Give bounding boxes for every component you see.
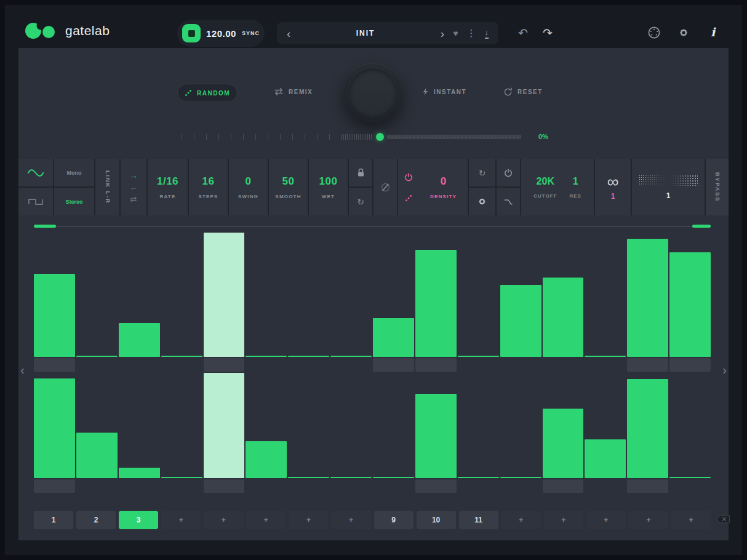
row2-step-6-sub[interactable] xyxy=(246,479,287,493)
row2-step-3[interactable] xyxy=(119,373,160,493)
row1-step-9-sub[interactable] xyxy=(373,358,414,372)
row1-step-6[interactable] xyxy=(246,233,287,372)
step-bar-area[interactable] xyxy=(415,373,457,478)
row2-step-5-sub[interactable] xyxy=(204,479,245,493)
pattern-13-button[interactable]: + xyxy=(544,511,583,529)
stop-button[interactable] xyxy=(182,24,201,42)
step-bar[interactable] xyxy=(669,477,711,478)
step-bar[interactable] xyxy=(288,477,329,478)
row2-step-10[interactable] xyxy=(415,373,457,493)
step-bar-area[interactable] xyxy=(161,233,202,357)
density-power-icon[interactable] xyxy=(404,173,413,182)
smooth-control[interactable]: 50 SMOOTH xyxy=(269,159,308,215)
randomize-disabled-cell[interactable] xyxy=(374,159,397,215)
step-bar[interactable] xyxy=(543,278,584,357)
row2-step-11[interactable] xyxy=(458,373,499,493)
step-bar[interactable] xyxy=(373,318,414,357)
row2-step-15-sub[interactable] xyxy=(627,479,668,493)
row1-step-13[interactable] xyxy=(543,233,584,372)
step-bar-active[interactable] xyxy=(204,233,245,357)
row1-step-15-sub[interactable] xyxy=(627,358,668,372)
waveform-sine-button[interactable] xyxy=(18,159,53,186)
texture-swatch-2[interactable] xyxy=(669,175,698,186)
row2-step-13[interactable] xyxy=(543,373,584,493)
clear-pattern-button[interactable] xyxy=(716,514,730,526)
row1-step-15[interactable] xyxy=(627,233,668,372)
row1-step-16-sub[interactable] xyxy=(669,358,711,372)
step-bar[interactable] xyxy=(288,356,329,357)
step-bar-area[interactable] xyxy=(246,373,287,478)
row1-step-7[interactable] xyxy=(288,233,329,372)
step-bar-area[interactable] xyxy=(119,373,160,478)
step-bar-area[interactable] xyxy=(204,233,245,357)
row2-step-7[interactable] xyxy=(288,373,329,493)
step-bar[interactable] xyxy=(415,250,457,357)
direction-backward-button[interactable]: ← xyxy=(130,183,138,191)
bypass-toggle[interactable]: BYPASS xyxy=(714,172,721,202)
main-knob[interactable] xyxy=(343,63,402,122)
row2-step-8-sub[interactable] xyxy=(330,479,372,493)
step-bar[interactable] xyxy=(669,252,711,357)
save-preset-icon[interactable]: ↓ xyxy=(485,28,489,39)
preset-prev-button[interactable]: ‹ xyxy=(287,28,290,39)
range-end-handle[interactable] xyxy=(692,225,711,228)
step-bar[interactable] xyxy=(627,379,668,478)
step-bar-active[interactable] xyxy=(204,373,245,478)
waveform-square-button[interactable] xyxy=(18,188,53,215)
rate-control[interactable]: 1/16 RATE xyxy=(148,159,188,215)
step-bar[interactable] xyxy=(373,477,414,478)
step-bar[interactable] xyxy=(458,477,499,478)
resonance-control[interactable]: 1 RES xyxy=(569,176,581,199)
pattern-11-button[interactable]: 11 xyxy=(459,511,498,529)
row1-step-5[interactable] xyxy=(204,233,245,372)
row1-step-1[interactable] xyxy=(34,233,75,372)
step-bar[interactable] xyxy=(119,468,160,478)
row1-step-7-sub[interactable] xyxy=(288,358,329,372)
row1-step-12-sub[interactable] xyxy=(500,358,541,372)
step-bar-area[interactable] xyxy=(330,373,372,478)
step-bar[interactable] xyxy=(330,477,372,478)
step-bar-area[interactable] xyxy=(34,233,75,357)
row1-step-10-sub[interactable] xyxy=(415,358,457,372)
step-bar-area[interactable] xyxy=(415,233,457,357)
row2-step-13-sub[interactable] xyxy=(543,479,584,493)
step-bar-area[interactable] xyxy=(543,233,584,357)
step-bar-area[interactable] xyxy=(458,373,499,478)
row1-step-14-sub[interactable] xyxy=(585,358,626,372)
lock-button[interactable] xyxy=(349,159,372,186)
row2-step-6[interactable] xyxy=(246,373,287,493)
step-bar[interactable] xyxy=(34,378,75,478)
step-bar[interactable] xyxy=(627,239,668,357)
row2-step-2[interactable] xyxy=(76,373,118,493)
row1-step-2[interactable] xyxy=(76,233,118,372)
row2-step-7-sub[interactable] xyxy=(288,479,329,493)
density-dice-icon[interactable] xyxy=(405,194,412,202)
pattern-1-button[interactable]: 1 xyxy=(34,511,73,529)
info-button[interactable]: i xyxy=(711,25,715,39)
row2-step-16[interactable] xyxy=(669,373,711,493)
row2-step-12[interactable] xyxy=(500,373,541,493)
refresh-button[interactable]: ↻ xyxy=(469,159,495,186)
bpm-display[interactable]: 120.00 xyxy=(206,28,236,39)
step-bar-area[interactable] xyxy=(500,233,541,357)
row1-step-8-sub[interactable] xyxy=(330,358,372,372)
pattern-15-button[interactable]: + xyxy=(629,511,668,529)
step-bar[interactable] xyxy=(119,323,160,357)
step-bar[interactable] xyxy=(415,394,457,478)
step-bar-area[interactable] xyxy=(585,373,626,478)
scroll-left-icon[interactable]: ‹ xyxy=(20,363,25,376)
infinity-cell[interactable]: ∞ 1 xyxy=(595,159,631,215)
row1-step-11-sub[interactable] xyxy=(458,358,499,372)
row2-step-15[interactable] xyxy=(627,373,668,493)
step-bar-area[interactable] xyxy=(627,233,668,357)
row2-step-4-sub[interactable] xyxy=(161,479,202,493)
row2-step-5[interactable] xyxy=(204,373,245,493)
filter-curve-button[interactable] xyxy=(497,188,520,215)
scroll-right-icon[interactable]: › xyxy=(722,363,727,376)
filter-power-button[interactable] xyxy=(497,159,520,186)
pattern-16-button[interactable]: + xyxy=(671,511,711,529)
row2-step-1-sub[interactable] xyxy=(34,479,75,493)
step-bar[interactable] xyxy=(161,477,202,478)
pattern-12-button[interactable]: + xyxy=(501,511,541,529)
row1-step-1-sub[interactable] xyxy=(34,358,75,372)
